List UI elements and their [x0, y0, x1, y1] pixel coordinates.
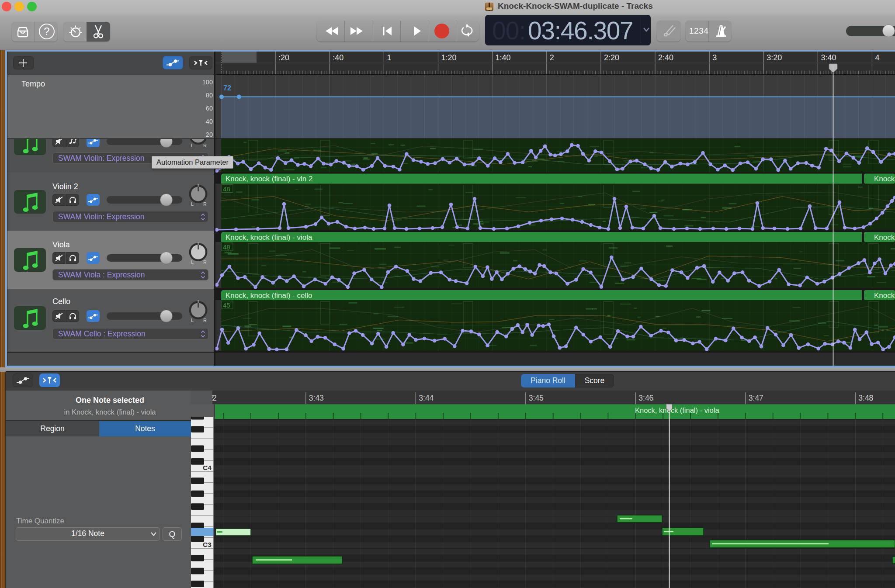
svg-text:L: L: [191, 259, 194, 265]
svg-text::40: :40: [333, 53, 343, 62]
svg-text:2:20: 2:20: [604, 53, 619, 62]
svg-text:Knock, knock (final) - vln 2: Knock, knock (final) - vln 2: [225, 175, 312, 183]
svg-text:1:20: 1:20: [441, 53, 457, 62]
svg-text:3:40: 3:40: [821, 53, 836, 62]
svg-text:Knock, knock (final) - viola: Knock, knock (final) - viola: [225, 233, 312, 242]
svg-text:3:20: 3:20: [767, 53, 782, 62]
svg-text:72: 72: [223, 84, 231, 92]
svg-text:2: 2: [550, 53, 554, 62]
svg-text:Knock, k: Knock, k: [874, 175, 895, 183]
svg-text:Knock, k: Knock, k: [874, 233, 895, 242]
svg-text:3:48: 3:48: [858, 394, 873, 402]
svg-text:L: L: [191, 318, 194, 323]
svg-text:R: R: [203, 201, 207, 207]
svg-text:3: 3: [712, 53, 717, 62]
svg-text:3:46: 3:46: [638, 394, 653, 402]
svg-text:3:44: 3:44: [419, 394, 434, 402]
svg-text:2:40: 2:40: [658, 53, 673, 62]
svg-text:4: 4: [875, 53, 880, 62]
svg-text:1: 1: [387, 53, 391, 62]
svg-text:R: R: [203, 259, 207, 265]
svg-text::20: :20: [278, 53, 289, 62]
svg-text:3:45: 3:45: [529, 394, 544, 402]
svg-text:Knock, k: Knock, k: [874, 291, 895, 300]
svg-text:1:40: 1:40: [496, 53, 511, 62]
svg-text:Knock, knock (final) - viola: Knock, knock (final) - viola: [635, 406, 719, 414]
svg-text:R: R: [203, 143, 207, 148]
svg-text:C3: C3: [203, 541, 212, 548]
svg-text:48: 48: [223, 243, 230, 251]
svg-text:C4: C4: [203, 464, 212, 471]
svg-text:L: L: [191, 143, 194, 148]
svg-text:L: L: [191, 201, 194, 207]
svg-text:3:43: 3:43: [309, 394, 324, 402]
svg-text:45: 45: [223, 301, 230, 309]
svg-text:48: 48: [223, 185, 230, 193]
svg-text:R: R: [203, 318, 207, 323]
svg-text:Knock, knock (final) - cello: Knock, knock (final) - cello: [225, 291, 312, 300]
svg-text:2: 2: [212, 394, 217, 402]
svg-text:3:47: 3:47: [749, 394, 763, 402]
